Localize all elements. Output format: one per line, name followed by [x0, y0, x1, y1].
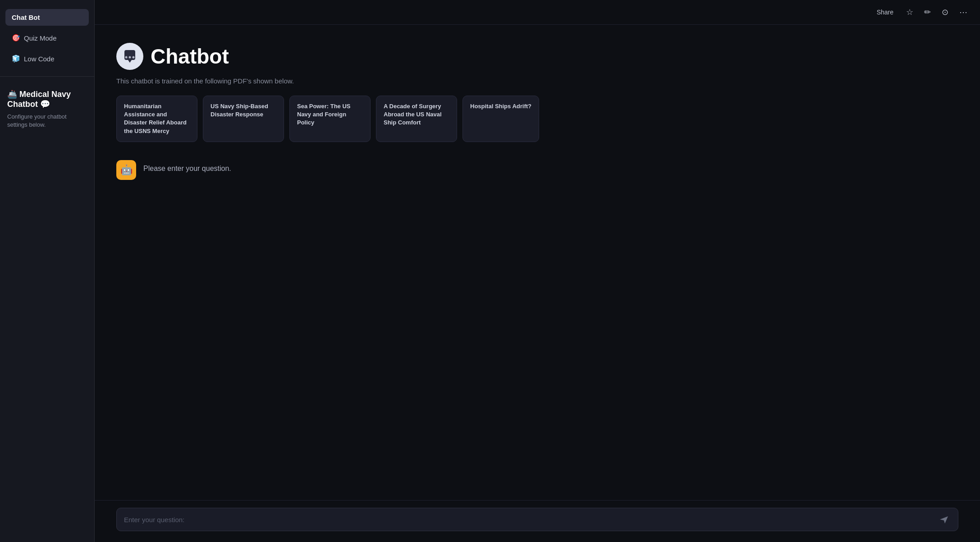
svg-point-4: [129, 56, 131, 59]
chat-prompt-text: Please enter your question.: [143, 160, 231, 173]
content-area: Chatbot This chatbot is trained on the f…: [95, 25, 980, 500]
sidebar-bot-title: 🚢 Medical Navy Chatbot 💬: [7, 89, 87, 109]
chat-message: 🤖 Please enter your question.: [116, 160, 958, 180]
sidebar-item-low-code-label: Low Code: [24, 55, 55, 63]
sidebar-divider: [0, 76, 94, 77]
more-menu-icon[interactable]: ⋯: [957, 5, 969, 19]
topbar: Share ☆ ✏ ⊙ ⋯: [95, 0, 980, 25]
input-wrapper: [116, 508, 958, 531]
sidebar-item-chatbot[interactable]: Chat Bot: [5, 9, 89, 26]
pdf-card-1[interactable]: Humanitarian Assistance and Disaster Rel…: [116, 96, 197, 142]
edit-icon[interactable]: ✏: [922, 5, 933, 19]
bot-avatar: 🤖: [116, 160, 136, 180]
sidebar: Chat Bot 🎯 Quiz Mode 🧊 Low Code 🚢 Medica…: [0, 0, 95, 542]
pdf-card-5[interactable]: Hospital Ships Adrift?: [463, 96, 539, 142]
svg-point-3: [125, 56, 128, 59]
sidebar-item-quiz-mode[interactable]: 🎯 Quiz Mode: [5, 29, 89, 46]
send-button[interactable]: [937, 513, 951, 526]
github-icon[interactable]: ⊙: [940, 5, 950, 19]
pdf-cards-container: Humanitarian Assistance and Disaster Rel…: [116, 96, 958, 142]
page-title: Chatbot: [151, 44, 229, 69]
pdf-card-2[interactable]: US Navy Ship-Based Disaster Response: [203, 96, 284, 142]
pdf-card-4[interactable]: A Decade of Surgery Abroad the US Naval …: [376, 96, 457, 142]
sidebar-bot-desc: Configure your chatbot settings below.: [7, 113, 87, 129]
sidebar-item-quiz-label: Quiz Mode: [24, 34, 57, 42]
page-header: Chatbot: [116, 43, 958, 70]
chatbot-icon: [116, 43, 143, 70]
sidebar-item-low-code[interactable]: 🧊 Low Code: [5, 50, 89, 67]
pdf-card-3[interactable]: Sea Power: The US Navy and Foreign Polic…: [289, 96, 371, 142]
share-button[interactable]: Share: [873, 7, 897, 18]
question-input[interactable]: [124, 516, 932, 524]
main-panel: Share ☆ ✏ ⊙ ⋯ Chatbot This chatbot is tr…: [95, 0, 980, 542]
input-area: [95, 500, 980, 542]
page-subtitle: This chatbot is trained on the following…: [116, 77, 958, 85]
svg-point-5: [133, 56, 135, 59]
quiz-mode-emoji: 🎯: [12, 34, 20, 42]
low-code-emoji: 🧊: [12, 55, 20, 63]
star-icon[interactable]: ☆: [904, 5, 915, 19]
sidebar-bot-section: 🚢 Medical Navy Chatbot 💬 Configure your …: [0, 84, 94, 134]
